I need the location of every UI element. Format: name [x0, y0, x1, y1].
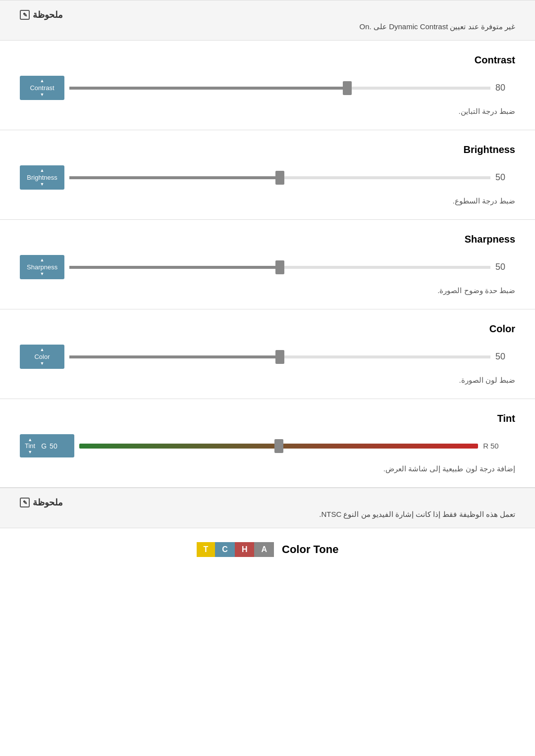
tint-desc: إضافة درجة لون طبيعية إلى شاشة العرض. — [20, 464, 515, 473]
contrast-arrow-up — [40, 79, 45, 83]
tint-track[interactable] — [79, 444, 478, 449]
brightness-slider-row: Brightness 50 — [20, 165, 515, 190]
brightness-arrows-down — [40, 182, 45, 187]
note1-icon: ✎ — [20, 10, 30, 20]
color-thumb[interactable] — [275, 350, 284, 364]
tint-g-label: G — [41, 442, 47, 450]
note2-title-text: ملحوظة — [33, 497, 63, 508]
contrast-button[interactable]: Contrast — [20, 76, 64, 100]
note1-box: ملحوظة ✎ غير متوفرة عند تعيين Dynamic Co… — [0, 0, 535, 41]
color-tone-tabs: T C H A — [197, 542, 274, 557]
color-tone-label: Color Tone — [282, 543, 338, 556]
brightness-arrow-down — [40, 182, 45, 187]
sharpness-track[interactable] — [69, 266, 490, 269]
sharpness-value: 50 — [495, 262, 515, 272]
color-track[interactable] — [69, 355, 490, 358]
brightness-btn-label: Brightness — [27, 174, 57, 181]
color-tone-tab-h[interactable]: H — [235, 542, 255, 557]
contrast-slider-row: Contrast 80 — [20, 76, 515, 100]
tint-title: Tint — [20, 413, 515, 424]
color-tone-tab-t[interactable]: T — [197, 542, 215, 557]
sharpness-arrows-down — [40, 272, 45, 276]
tint-r-value: 50 — [490, 442, 515, 450]
color-desc: ضبط لون الصورة. — [20, 376, 515, 385]
sharpness-title: Sharpness — [20, 234, 515, 245]
brightness-arrow-up — [40, 168, 45, 173]
color-btn-label: Color — [34, 353, 50, 360]
brightness-fill — [69, 176, 280, 179]
contrast-track[interactable] — [69, 87, 490, 90]
color-arrow-up — [40, 348, 45, 352]
contrast-arrow-down — [40, 93, 45, 97]
contrast-fill — [69, 87, 347, 90]
color-title: Color — [20, 323, 515, 335]
contrast-value: 80 — [495, 83, 515, 93]
tint-button[interactable]: ▲ Tint ▼ G 50 — [20, 434, 74, 457]
color-slider-row: Color 50 — [20, 345, 515, 369]
sharpness-section: Sharpness Sharpness 50 ضبط حدة وضوح الصو… — [0, 220, 535, 309]
sharpness-arrow-up — [40, 258, 45, 262]
color-arrows-down — [40, 361, 45, 366]
brightness-track[interactable] — [69, 176, 490, 179]
note1-text: غير متوفرة عند تعيين Dynamic Contrast عل… — [20, 22, 515, 31]
contrast-arrows-down — [40, 93, 45, 97]
color-value: 50 — [495, 352, 515, 362]
color-section: Color Color 50 ضبط لون الصورة. — [0, 309, 535, 399]
note2-text: تعمل هذه الوظيفة فقط إذا كانت إشارة الفي… — [20, 510, 515, 519]
color-arrow-down — [40, 361, 45, 366]
note2-title: ملحوظة ✎ — [20, 497, 515, 508]
brightness-arrows-up — [40, 168, 45, 173]
tint-thumb[interactable] — [274, 439, 283, 453]
note2-icon: ✎ — [20, 498, 30, 507]
contrast-section: Contrast Contrast 80 ضبط درجة التباين. — [0, 41, 535, 130]
tint-r-label: R — [483, 442, 488, 450]
note1-title: ملحوظة ✎ — [20, 9, 515, 20]
color-tone-section: T C H A Color Tone — [0, 528, 535, 571]
color-tone-tab-c[interactable]: C — [215, 542, 235, 557]
color-fill — [69, 355, 280, 358]
tint-g-value: 50 — [50, 442, 57, 450]
sharpness-desc: ضبط حدة وضوح الصورة. — [20, 286, 515, 295]
tint-btn-label: Tint — [25, 442, 35, 450]
contrast-thumb[interactable] — [343, 81, 352, 95]
brightness-section: Brightness Brightness 50 ضبط درجة السطوع… — [0, 130, 535, 220]
sharpness-thumb[interactable] — [275, 260, 284, 274]
contrast-desc: ضبط درجة التباين. — [20, 107, 515, 116]
tint-slider-row: ▲ Tint ▼ G 50 R 50 — [20, 434, 515, 457]
page-container: ملحوظة ✎ غير متوفرة عند تعيين Dynamic Co… — [0, 0, 535, 571]
brightness-thumb[interactable] — [275, 171, 284, 185]
note1-title-text: ملحوظة — [33, 9, 63, 20]
sharpness-fill — [69, 266, 280, 269]
color-button[interactable]: Color — [20, 345, 64, 369]
brightness-desc: ضبط درجة السطوع. — [20, 197, 515, 205]
sharpness-arrows-up — [40, 258, 45, 262]
brightness-title: Brightness — [20, 144, 515, 155]
note2-box: ملحوظة ✎ تعمل هذه الوظيفة فقط إذا كانت إ… — [0, 488, 535, 528]
color-arrows-up — [40, 348, 45, 352]
sharpness-btn-label: Sharpness — [27, 263, 57, 271]
brightness-button[interactable]: Brightness — [20, 165, 64, 190]
brightness-value: 50 — [495, 172, 515, 183]
tint-section: Tint ▲ Tint ▼ G 50 R 50 إضافة درجة لون ط… — [0, 399, 535, 488]
color-tone-tab-a[interactable]: A — [254, 542, 274, 557]
contrast-title: Contrast — [20, 54, 515, 66]
sharpness-arrow-down — [40, 272, 45, 276]
sharpness-button[interactable]: Sharpness — [20, 255, 64, 279]
contrast-btn-label: Contrast — [30, 84, 54, 92]
sharpness-slider-row: Sharpness 50 — [20, 255, 515, 279]
contrast-arrows — [40, 79, 45, 83]
